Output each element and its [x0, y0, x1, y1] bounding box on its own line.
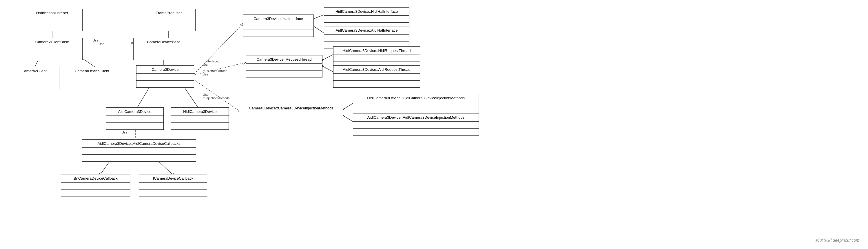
request-thread-box: Camera3Device::RequestThread — [246, 55, 322, 78]
use-label-request: Use — [203, 73, 209, 76]
svg-line-12 — [194, 23, 243, 74]
aidl-callbacks-title: AidlCamera3Device::AidlCameraDeviceCallb… — [82, 140, 196, 148]
hidl-hal-interface-title: HidlCamera3Device::HidlHalInterface — [324, 7, 409, 16]
hidlcamera3device-box: HidlCamera3Device — [171, 107, 229, 130]
aidl-injection-methods-s2 — [353, 129, 478, 135]
injection-methods-title: Camera3Device::Camera3DeviceInjectionMet… — [239, 104, 343, 112]
cameradeviceclient-s2 — [64, 82, 120, 89]
frameproducer-box: FrameProducer — [142, 9, 195, 31]
cameradeviceclient-title: CameraDeviceClient — [64, 67, 120, 75]
mrequestthread-label: mRequestThread; — [203, 69, 228, 73]
hidlcamera3device-title: HidlCamera3Device — [171, 108, 228, 116]
hal-interface-title: Camera3Device::HalInterface — [243, 15, 313, 23]
aidl-callbacks-box: AidlCamera3Device::AidlCameraDeviceCallb… — [82, 139, 196, 162]
hidlcamera3device-s1 — [171, 116, 228, 123]
svg-line-20 — [344, 116, 353, 122]
cameradevicebase-box: CameraDeviceBase — [133, 38, 194, 60]
camera2clientbase-s1 — [22, 46, 82, 53]
bn-callback-title: BnCameraDeviceCallback — [61, 174, 130, 183]
hal-interface-box: Camera3Device::HalInterface — [243, 15, 314, 37]
hal-interface-s2 — [243, 30, 313, 36]
hidl-hal-interface-s1 — [324, 16, 409, 23]
camera3device-s1 — [136, 74, 194, 81]
request-thread-s1 — [246, 63, 322, 71]
aidl-injection-methods-s1 — [353, 121, 478, 129]
camera3device-s2 — [136, 81, 194, 87]
frameproducer-title: FrameProducer — [142, 9, 195, 17]
svg-line-19 — [344, 103, 353, 109]
hidlcamera3device-s2 — [171, 123, 228, 130]
camera2clientbase-box: Camera2ClientBase — [22, 38, 83, 60]
camera2clientbase-title: Camera2ClientBase — [22, 38, 82, 46]
aidl-injection-methods-title: AidlCamera3Device::AidlCamera3DeviceInje… — [353, 113, 478, 121]
frameproducer-s2 — [142, 24, 195, 31]
hidl-injection-methods-box: HidlCamera3Device::HidlCamera3DeviceInje… — [353, 94, 479, 116]
svg-line-13 — [313, 15, 324, 19]
aidlcamera3device-s2 — [106, 123, 163, 130]
aidl-hal-interface-box: AidlCamera3Device::AidlHalInterface — [324, 26, 409, 49]
camera3device-title: Camera3Device — [136, 65, 194, 74]
aidl-request-thread-s1 — [334, 74, 420, 81]
watermark: 极客笔记 deepinout.com — [815, 238, 859, 243]
aidl-request-thread-box: AidlCamera3Device::AidlRequestThread — [333, 65, 420, 88]
camera2client-s1 — [9, 75, 59, 82]
i-callback-s2 — [140, 190, 207, 196]
aidl-request-thread-s2 — [334, 81, 420, 87]
notification-listener-s2 — [22, 24, 82, 31]
cameradevicebase-s2 — [133, 53, 194, 60]
i-callback-s1 — [140, 183, 207, 190]
request-thread-s2 — [246, 71, 322, 77]
hal-interface-s1 — [243, 23, 313, 30]
notification-listener-s1 — [22, 17, 82, 24]
hidl-request-thread-title: HidlCamera3Device::HidlRequestThread — [334, 47, 420, 55]
aidl-callbacks-s1 — [82, 148, 196, 155]
camera2client-box: Camera2Client — [9, 67, 59, 89]
notification-listener-title: NotificationListener — [22, 9, 82, 17]
frameproducer-s1 — [142, 17, 195, 24]
aidl-hal-interface-s1 — [324, 34, 409, 42]
hidl-injection-methods-s1 — [353, 102, 478, 109]
camera2clientbase-s2 — [22, 53, 82, 60]
aidl-callbacks-s2 — [82, 155, 196, 161]
svg-line-18 — [194, 80, 241, 112]
use-label-aidlcallback: Use — [122, 131, 127, 134]
aidl-request-thread-title: AidlCamera3Device::AidlRequestThread — [334, 65, 420, 74]
bn-callback-box: BnCameraDeviceCallback — [61, 174, 130, 196]
injection-methods-s2 — [239, 119, 343, 126]
use-label-interface: Use — [203, 63, 209, 66]
use-label-camera2-2: Use — [98, 42, 104, 46]
bn-callback-s1 — [61, 183, 130, 190]
svg-line-15 — [194, 62, 246, 75]
i-callback-box: ICameraDeviceCallback — [139, 174, 207, 196]
injection-methods-s1 — [239, 112, 343, 119]
camera3device-box: Camera3Device — [136, 65, 194, 88]
aidlcamera3device-s1 — [106, 116, 163, 123]
aidl-injection-methods-box: AidlCamera3Device::AidlCamera3DeviceInje… — [353, 113, 479, 136]
notification-listener-box: NotificationListener — [22, 9, 83, 31]
request-thread-title: Camera3Device::RequestThread — [246, 55, 322, 63]
aidlcamera3device-title: AidlCamera3Device — [106, 108, 163, 116]
aidl-hal-interface-title: AidlCamera3Device::AidlHalInterface — [324, 26, 409, 34]
svg-line-14 — [313, 26, 324, 33]
cameradevicebase-s1 — [133, 46, 194, 53]
hidl-request-thread-s1 — [334, 55, 420, 62]
injection-methods-box: Camera3Device::Camera3DeviceInjectionMet… — [239, 104, 343, 126]
hidl-injection-methods-title: HidlCamera3Device::HidlCamera3DeviceInje… — [353, 94, 478, 102]
cameradeviceclient-s1 — [64, 75, 120, 82]
aidlcamera3device-box: AidlCamera3Device — [106, 107, 164, 130]
minjection-label: mInjectionMethods; — [203, 96, 230, 100]
diagram-container: CameraDeviceBase (dashed) --> CameraDevi… — [0, 0, 868, 249]
use-label-injection: Use — [203, 93, 209, 96]
use-label-camera2: Use — [93, 38, 98, 42]
camera2client-title: Camera2Client — [9, 67, 59, 75]
camera2client-s2 — [9, 82, 59, 89]
minterface-label: mInterface; — [203, 59, 219, 63]
cameradevicebase-title: CameraDeviceBase — [133, 38, 194, 46]
i-callback-title: ICameraDeviceCallback — [140, 174, 207, 183]
cameradeviceclient-box: CameraDeviceClient — [64, 67, 120, 89]
bn-callback-s2 — [61, 190, 130, 196]
